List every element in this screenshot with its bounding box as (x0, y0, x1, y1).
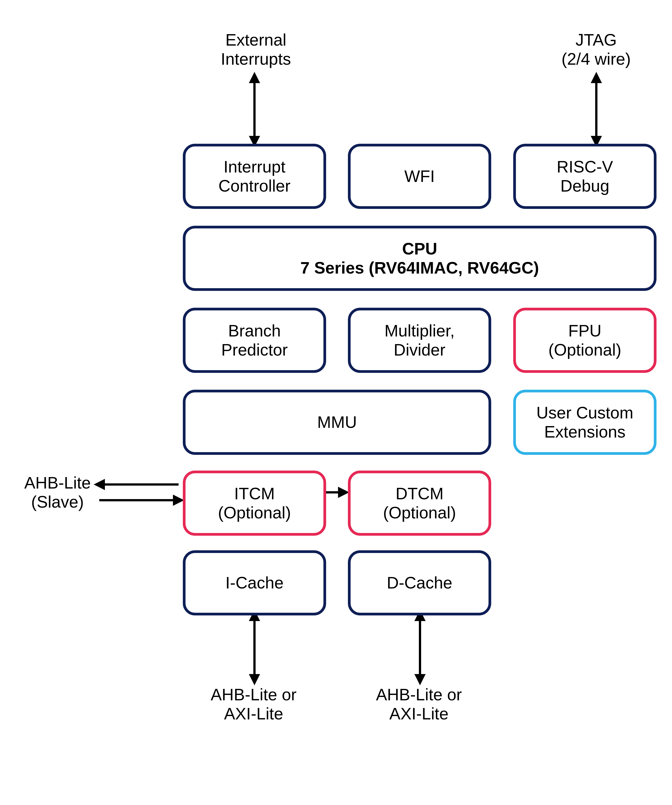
label-ahb-lite-slave: AHB-Lite (Slave) (24, 473, 91, 511)
text: AHB-Lite or (376, 685, 462, 704)
label-external-interrupts: External Interrupts (221, 30, 291, 69)
block-cpu: CPU 7 Series (RV64IMAC, RV64GC) (183, 226, 657, 291)
text: Extensions (544, 422, 626, 441)
text: ITCM (234, 484, 275, 503)
text: External (225, 31, 286, 49)
block-itcm: ITCM (Optional) (183, 471, 326, 536)
block-fpu: FPU (Optional) (513, 308, 657, 373)
label-bus-d: AHB-Lite or AXI-Lite (376, 685, 462, 723)
text: Controller (219, 176, 291, 196)
text: (2/4 wire) (562, 49, 631, 68)
block-branch-predictor: Branch Predictor (183, 308, 326, 373)
text: AHB-Lite or (211, 685, 296, 704)
block-multiplier-divider: Multiplier, Divider (348, 308, 491, 373)
text: (Optional) (549, 340, 621, 360)
text: Predictor (221, 340, 288, 360)
text: AXI-Lite (224, 705, 283, 723)
block-i-cache: I-Cache (183, 550, 326, 615)
diagram-root: External Interrupts JTAG (2/4 wire) Inte… (0, 0, 672, 805)
text: (Slave) (31, 493, 84, 511)
text: JTAG (575, 31, 617, 49)
text: Branch (228, 321, 281, 340)
block-wfi: WFI (348, 144, 491, 209)
block-user-custom-extensions: User Custom Extensions (513, 390, 657, 455)
block-dtcm: DTCM (Optional) (348, 471, 491, 536)
text: MMU (317, 412, 357, 432)
text: AXI-Lite (389, 705, 449, 723)
text: (Optional) (218, 503, 291, 522)
text: (Optional) (383, 503, 456, 522)
text: WFI (404, 167, 435, 186)
text: Interrupts (221, 49, 291, 68)
block-mmu: MMU (183, 390, 491, 455)
text: User Custom (536, 403, 633, 422)
text: CPU (402, 239, 437, 258)
text: Multiplier, (384, 321, 455, 340)
text: AHB-Lite (24, 473, 91, 492)
text: D-Cache (387, 573, 452, 592)
text: Divider (394, 340, 445, 360)
text: I-Cache (225, 573, 283, 592)
text: Debug (560, 176, 610, 196)
text: RISC-V (557, 157, 613, 176)
block-interrupt-controller: Interrupt Controller (183, 144, 326, 209)
text: Interrupt (223, 157, 286, 176)
text: DTCM (396, 484, 444, 503)
block-riscv-debug: RISC-V Debug (513, 144, 657, 209)
label-bus-i: AHB-Lite or AXI-Lite (211, 685, 296, 723)
text: FPU (568, 321, 601, 340)
text: 7 Series (RV64IMAC, RV64GC) (300, 258, 539, 278)
label-jtag: JTAG (2/4 wire) (562, 30, 631, 69)
block-d-cache: D-Cache (348, 550, 491, 615)
